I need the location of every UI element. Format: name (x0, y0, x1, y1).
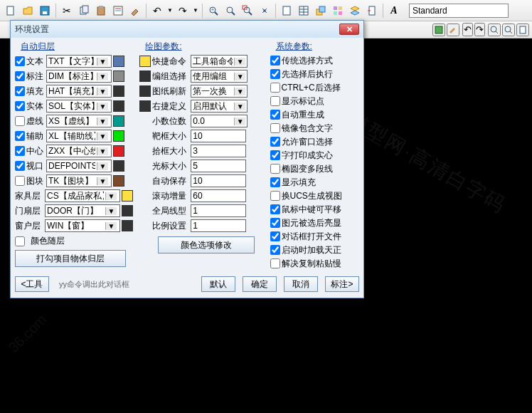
sheet2-icon[interactable] (516, 23, 529, 36)
color-swatch[interactable] (139, 85, 151, 97)
zoom-extents-icon[interactable] (240, 3, 255, 19)
layer-combo-input[interactable] (47, 71, 97, 81)
close-icon[interactable]: ✕ (339, 23, 359, 35)
param-combo[interactable]: ▼ (191, 115, 248, 127)
copy-icon[interactable] (76, 3, 92, 19)
color-swatch[interactable] (113, 160, 124, 172)
layer-checkbox[interactable] (15, 86, 25, 96)
blocks-icon[interactable] (330, 3, 346, 19)
chevron-down-icon[interactable]: ▼ (234, 117, 245, 125)
undo2-icon[interactable]: ↶ (462, 23, 473, 36)
color-swatch[interactable] (113, 56, 124, 67)
chevron-down-icon[interactable]: ▼ (105, 222, 117, 230)
chevron-down-icon[interactable]: ▼ (97, 103, 108, 110)
layer-combo[interactable]: ▼ (46, 100, 112, 113)
zoom2-icon[interactable] (488, 23, 501, 36)
layer-combo[interactable]: ▼ (46, 145, 112, 157)
chevron-down-icon[interactable]: ▼ (234, 88, 245, 95)
color-swatch[interactable] (113, 175, 124, 187)
color-swatch[interactable] (113, 115, 124, 127)
sys-checkbox[interactable] (270, 204, 280, 214)
chevron-down-icon[interactable]: ▼ (97, 73, 108, 80)
sys-checkbox[interactable] (270, 96, 280, 106)
param-input[interactable] (191, 130, 246, 142)
layers-icon[interactable] (313, 3, 329, 19)
extra-layer-input[interactable] (46, 221, 105, 231)
sys-checkbox[interactable] (270, 56, 280, 66)
layer-props-icon[interactable] (347, 3, 363, 19)
undo-icon[interactable]: ↶ (149, 3, 165, 19)
layer-combo[interactable]: ▼ (46, 160, 112, 172)
xref-icon[interactable] (364, 3, 380, 19)
layer-combo-input[interactable] (47, 86, 97, 96)
dialog-titlebar[interactable]: 环境设置 ✕ (11, 21, 363, 38)
assign-layer-button[interactable]: 打勾项目物体归层 (15, 250, 126, 267)
sys-checkbox[interactable] (270, 218, 280, 228)
open-icon[interactable] (20, 3, 36, 19)
zoomext2-icon[interactable] (502, 23, 515, 36)
param-input[interactable] (191, 145, 246, 157)
sheet-icon[interactable] (279, 3, 294, 19)
layer-combo-input[interactable] (47, 161, 97, 171)
redo-icon[interactable]: ↷ (175, 3, 191, 19)
sys-checkbox[interactable] (270, 164, 280, 174)
param-input[interactable] (191, 204, 246, 217)
undo-dd-icon[interactable]: ▼ (166, 3, 174, 19)
param-input[interactable] (191, 189, 246, 202)
chevron-down-icon[interactable]: ▼ (105, 192, 117, 200)
layer-combo-input[interactable] (47, 131, 97, 141)
param-combo[interactable]: ▼ (191, 70, 248, 83)
chevron-down-icon[interactable]: ▼ (234, 103, 245, 110)
layer-combo-input[interactable] (47, 146, 97, 156)
layer-checkbox[interactable] (15, 101, 25, 111)
param-combo[interactable]: ▼ (191, 55, 248, 68)
tool-button[interactable]: <工具 (15, 276, 49, 292)
layer-checkbox[interactable] (15, 161, 25, 171)
text-style-icon[interactable]: A (386, 3, 402, 19)
chevron-down-icon[interactable]: ▼ (97, 177, 108, 185)
param-input[interactable] (191, 219, 246, 232)
color-swatch[interactable] (113, 145, 124, 157)
layer-checkbox[interactable] (15, 146, 25, 156)
sys-checkbox[interactable] (270, 177, 280, 187)
param-combo[interactable]: ▼ (191, 85, 248, 98)
annotate-button[interactable]: 标注> (325, 276, 359, 292)
sys-checkbox[interactable] (270, 231, 280, 241)
color-swatch[interactable] (139, 56, 151, 67)
color-bylayer-checkbox[interactable] (15, 236, 25, 246)
color-swatch[interactable] (122, 190, 133, 202)
layer-checkbox[interactable] (15, 56, 25, 66)
chevron-down-icon[interactable]: ▼ (97, 117, 108, 125)
color-swatch[interactable] (113, 130, 124, 142)
layer-combo[interactable]: ▼ (46, 85, 112, 98)
cancel-button[interactable]: 取消 (284, 276, 318, 292)
table-icon[interactable] (296, 3, 312, 19)
layer-checkbox[interactable] (15, 131, 25, 141)
paste-icon[interactable] (93, 3, 109, 19)
layer-combo-input[interactable] (47, 56, 97, 66)
sys-checkbox[interactable] (270, 137, 280, 147)
redo-dd-icon[interactable]: ▼ (192, 3, 199, 19)
zoom-icon[interactable] (223, 3, 238, 19)
extra-layer-input[interactable] (46, 206, 105, 216)
chevron-down-icon[interactable]: ▼ (105, 207, 117, 215)
tool2-icon[interactable] (432, 23, 445, 36)
chevron-down-icon[interactable]: ▼ (97, 162, 108, 170)
extra-layer-input[interactable] (46, 191, 105, 201)
text-style-combo[interactable]: Standard (409, 4, 509, 18)
color-swatch[interactable] (113, 70, 124, 82)
param-combo-input[interactable] (191, 86, 234, 96)
param-combo-input[interactable] (191, 56, 234, 66)
param-input[interactable] (191, 160, 246, 172)
layer-checkbox[interactable] (15, 176, 25, 186)
sys-checkbox[interactable] (270, 150, 280, 160)
layer-combo[interactable]: ▼ (46, 115, 112, 127)
brush-icon[interactable] (127, 3, 143, 19)
chevron-down-icon[interactable]: ▼ (97, 132, 108, 140)
layer-checkbox[interactable] (15, 116, 25, 126)
new-icon[interactable] (3, 3, 18, 19)
cut-icon[interactable]: ✂ (59, 3, 75, 19)
layer-combo[interactable]: ▼ (46, 55, 112, 68)
extra-layer-combo[interactable]: ▼ (45, 189, 120, 202)
layer-combo[interactable]: ▼ (46, 70, 112, 83)
